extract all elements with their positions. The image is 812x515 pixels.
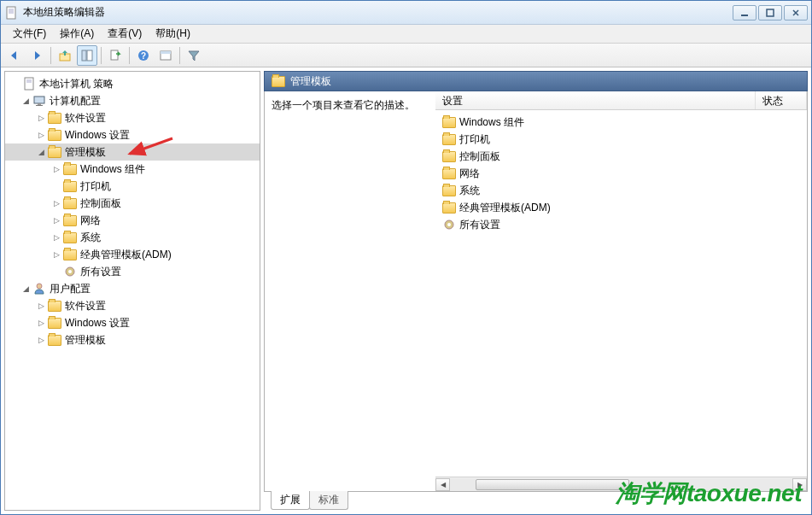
svg-rect-11 (111, 50, 118, 60)
tree-label: 用户配置 (50, 282, 91, 296)
list-wrap: 设置 状态 Windows 组件 打印机 控制面板 网络 系统 经典管理模板(A… (435, 91, 807, 491)
export-button[interactable] (105, 45, 126, 66)
tree-panel[interactable]: 本地计算机 策略 ◢ 计算机配置 ▷ 软件设置 ▷ Windows 设置 ◢ 管… (4, 71, 260, 511)
column-headers: 设置 状态 (435, 91, 807, 110)
svg-rect-15 (161, 51, 171, 54)
tree-cc-admin[interactable]: ◢ 管理模板 (5, 143, 260, 161)
tree-user-config[interactable]: ◢ 用户配置 (5, 280, 260, 297)
tree-network[interactable]: ▷ 网络 (5, 212, 260, 229)
description-pane: 选择一个项目来查看它的描述。 (265, 91, 435, 491)
tree-control-panel[interactable]: ▷ 控制面板 (5, 195, 260, 212)
tree-system[interactable]: ▷ 系统 (5, 229, 260, 246)
tree-printer[interactable]: 打印机 (5, 178, 260, 195)
svg-rect-10 (87, 50, 92, 61)
svg-rect-9 (82, 50, 86, 61)
expand-icon[interactable]: ▷ (34, 319, 48, 327)
expand-icon[interactable]: ▷ (50, 216, 63, 225)
tree-label: Windows 设置 (65, 316, 130, 331)
list-item-win-comp[interactable]: Windows 组件 (439, 114, 803, 131)
scroll-thumb[interactable] (476, 479, 629, 490)
col-state[interactable]: 状态 (756, 91, 807, 109)
tree-label: Windows 组件 (80, 162, 145, 177)
tree-label: Windows 设置 (65, 128, 130, 143)
main-window: 本地组策略编辑器 文件(F) 操作(A) 查看(V) 帮助(H) ? (0, 0, 812, 515)
computer-icon (32, 94, 46, 108)
tree-label: 软件设置 (65, 111, 106, 126)
tree-root[interactable]: 本地计算机 策略 (5, 75, 260, 92)
close-button[interactable] (784, 5, 808, 20)
folder-icon (63, 248, 77, 261)
tab-standard[interactable]: 标准 (309, 491, 348, 510)
properties-button[interactable] (155, 45, 176, 66)
svg-point-23 (68, 270, 72, 273)
folder-icon (442, 184, 456, 197)
tree-uc-software[interactable]: ▷ 软件设置 (5, 297, 260, 314)
detail-tabs: 扩展 标准 (264, 492, 808, 511)
settings-icon (63, 265, 77, 278)
list-item-network[interactable]: 网络 (439, 165, 803, 182)
list-item-all[interactable]: 所有设置 (439, 216, 803, 233)
svg-rect-16 (25, 78, 33, 90)
tree-cc-software[interactable]: ▷ 软件设置 (5, 109, 260, 126)
expand-icon[interactable]: ▷ (34, 301, 48, 310)
maximize-button[interactable] (758, 5, 782, 20)
expand-icon[interactable]: ▷ (50, 165, 63, 173)
collapse-icon[interactable]: ◢ (19, 284, 32, 293)
folder-icon (48, 128, 61, 142)
svg-point-24 (37, 284, 42, 289)
expand-icon[interactable]: ▷ (50, 199, 63, 208)
back-button[interactable] (4, 45, 25, 66)
expand-icon[interactable]: ▷ (50, 250, 63, 259)
minimize-button[interactable] (733, 5, 757, 20)
list-item-system[interactable]: 系统 (439, 182, 803, 199)
menu-view[interactable]: 查看(V) (101, 25, 149, 43)
expand-icon[interactable]: ▷ (34, 336, 48, 344)
scroll-right-icon[interactable]: ▶ (792, 478, 807, 491)
tree-all-settings[interactable]: 所有设置 (5, 263, 260, 280)
tab-extended[interactable]: 扩展 (271, 491, 310, 510)
tree-win-comp[interactable]: ▷ Windows 组件 (5, 161, 260, 178)
scroll-track[interactable] (450, 478, 792, 491)
item-label: 网络 (459, 167, 480, 181)
folder-icon (48, 333, 61, 347)
collapse-icon[interactable]: ◢ (34, 148, 48, 156)
item-label: 系统 (459, 184, 480, 198)
separator (50, 47, 51, 64)
content-area: 本地计算机 策略 ◢ 计算机配置 ▷ 软件设置 ▷ Windows 设置 ◢ 管… (1, 67, 811, 514)
tree-label: 本地计算机 策略 (39, 77, 114, 91)
help-button[interactable]: ? (133, 45, 154, 66)
tree-label: 控制面板 (80, 196, 121, 211)
col-setting[interactable]: 设置 (435, 91, 756, 109)
settings-icon (442, 218, 456, 231)
tree-uc-admin[interactable]: ▷ 管理模板 (5, 331, 260, 348)
item-label: 所有设置 (459, 218, 500, 232)
menu-action[interactable]: 操作(A) (53, 25, 101, 43)
expand-icon[interactable]: ▷ (34, 114, 48, 122)
show-tree-button[interactable] (77, 45, 97, 66)
scroll-left-icon[interactable]: ◀ (435, 478, 450, 491)
tree-computer-config[interactable]: ◢ 计算机配置 (5, 92, 260, 109)
menu-file[interactable]: 文件(F) (6, 25, 53, 43)
tree-label: 经典管理模板(ADM) (80, 248, 172, 262)
expand-icon[interactable]: ▷ (34, 131, 48, 139)
horizontal-scrollbar[interactable]: ◀ ▶ (435, 477, 807, 491)
tree-label: 管理模板 (65, 333, 106, 348)
list-item-control-panel[interactable]: 控制面板 (439, 148, 803, 165)
menu-help[interactable]: 帮助(H) (149, 25, 197, 43)
item-label: 经典管理模板(ADM) (459, 201, 551, 215)
expand-icon[interactable]: ▷ (50, 233, 63, 242)
tree-classic[interactable]: ▷ 经典管理模板(ADM) (5, 246, 260, 263)
filter-button[interactable] (184, 45, 204, 66)
folder-icon (442, 167, 456, 180)
tree-label: 打印机 (80, 179, 111, 194)
forward-button[interactable] (26, 45, 47, 66)
detail-area: 选择一个项目来查看它的描述。 设置 状态 Windows 组件 打印机 控制面板… (264, 91, 808, 492)
tree-label: 系统 (80, 231, 101, 245)
up-button[interactable] (55, 45, 75, 66)
tree-uc-windows[interactable]: ▷ Windows 设置 (5, 314, 260, 331)
list-item-classic[interactable]: 经典管理模板(ADM) (439, 199, 803, 216)
tree-cc-windows[interactable]: ▷ Windows 设置 (5, 126, 260, 143)
list-item-printer[interactable]: 打印机 (439, 131, 803, 148)
collapse-icon[interactable]: ◢ (19, 97, 32, 105)
description-text: 选择一个项目来查看它的描述。 (272, 99, 415, 111)
